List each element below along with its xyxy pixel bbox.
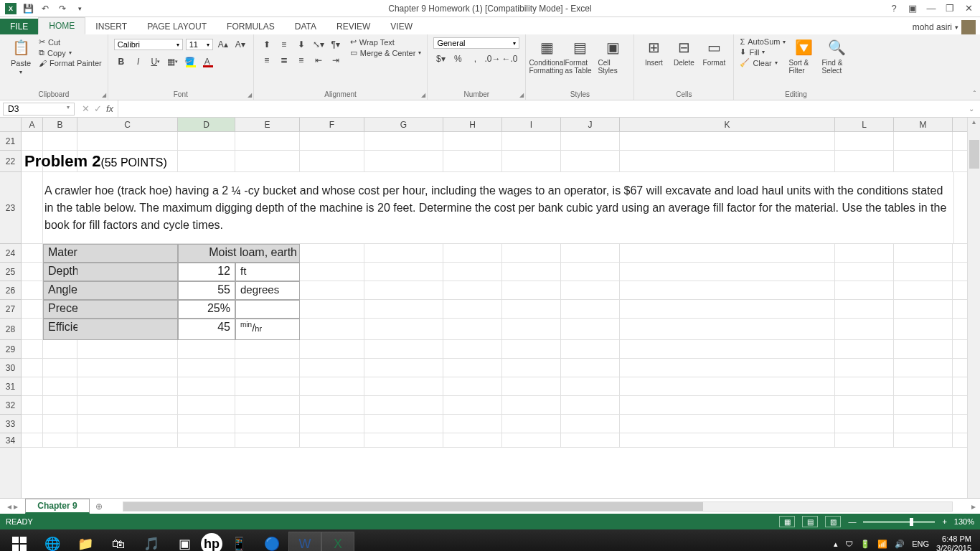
row-header-25[interactable]: 25 [0,263,21,281]
col-header-E[interactable]: E [235,118,300,131]
tray-clock[interactable]: 6:48 PM3/26/2015 [936,534,971,551]
comma-button[interactable]: , [468,52,482,66]
minimize-icon[interactable]: — [923,1,940,16]
orientation-button[interactable]: ⤡▾ [311,37,326,52]
add-sheet-button[interactable]: ⊕ [90,501,108,512]
close-icon[interactable]: ✕ [960,1,977,16]
row-header-34[interactable]: 34 [0,433,21,448]
autosum-button[interactable]: ΣAutoSum ▾ [740,37,786,46]
col-header-C[interactable]: C [77,118,178,131]
fill-button[interactable]: ⬇Fill ▾ [740,47,786,57]
row-header-27[interactable]: 27 [0,300,21,319]
tray-wifi-icon[interactable]: 📶 [877,540,887,549]
row-header-33[interactable]: 33 [0,415,21,433]
col-header-K[interactable]: K [620,118,835,131]
grow-font-button[interactable]: A▴ [216,37,230,52]
col-header-J[interactable]: J [561,118,620,131]
help-icon[interactable]: ? [885,1,903,16]
font-name-combo[interactable]: Calibri▾ [114,39,183,50]
col-header-G[interactable]: G [364,118,443,131]
row-header-26[interactable]: 26 [0,281,21,300]
page-layout-view-button[interactable]: ▤ [802,516,818,527]
format-painter-button[interactable]: 🖌Format Painter [39,59,102,67]
tab-page-layout[interactable]: PAGE LAYOUT [137,19,217,34]
clear-button[interactable]: 🧹Clear ▾ [740,58,786,67]
underline-button[interactable]: U ▾ [149,55,163,69]
taskbar-explorer-icon[interactable]: 📁 [69,532,102,551]
bold-button[interactable]: B [114,55,128,69]
row-header-29[interactable]: 29 [0,340,21,359]
zoom-in-button[interactable]: + [942,517,946,526]
align-bottom-button[interactable]: ⬇ [294,37,308,52]
clipboard-launcher-icon[interactable]: ◢ [102,92,106,98]
col-header-L[interactable]: L [835,118,894,131]
format-cells-button[interactable]: ▭Format [700,37,727,67]
row-header-28[interactable]: 28 [0,319,21,340]
align-center-button[interactable]: ≣ [277,53,291,67]
fill-color-button[interactable]: 🪣 [183,55,197,69]
font-color-button[interactable]: A [200,55,215,69]
tray-lang-label[interactable]: ENG [912,540,929,548]
taskbar-excel-icon[interactable]: X [321,532,354,551]
align-top-button[interactable]: ⬆ [260,37,274,52]
find-select-button[interactable]: 🔍Find & Select [821,37,852,75]
taskbar-chrome-icon[interactable]: 🔵 [255,532,288,551]
insert-cells-button[interactable]: ⊞Insert [640,37,667,67]
zoom-slider[interactable] [863,521,935,523]
fx-icon[interactable]: fx [106,103,113,114]
tab-insert[interactable]: INSERT [85,19,137,34]
number-format-combo[interactable]: General▾ [433,37,519,49]
ribbon-display-icon[interactable]: ▣ [904,1,921,16]
horizontal-scrollbar[interactable] [108,501,967,512]
tray-battery-icon[interactable]: 🔋 [860,540,870,549]
borders-button[interactable]: ▦ ▾ [166,55,180,69]
page-break-view-button[interactable]: ▧ [825,516,841,527]
cut-button[interactable]: ✂Cut [39,37,102,47]
tray-security-icon[interactable]: 🛡 [845,540,853,548]
col-header-I[interactable]: I [502,118,561,131]
row-header-21[interactable]: 21 [0,132,21,151]
col-header-D[interactable]: D [178,118,235,131]
hscroll-right-icon[interactable]: ▸ [967,501,980,512]
excel-app-icon[interactable]: X [3,1,19,16]
row-header-22[interactable]: 22 [0,151,21,172]
user-account[interactable]: mohd asiri ▾ [913,20,980,34]
align-left-button[interactable]: ≡ [260,53,274,67]
col-header-F[interactable]: F [300,118,364,131]
formula-input[interactable] [118,100,963,117]
tab-formulas[interactable]: FORMULAS [217,19,285,34]
name-box[interactable]: D3▾ [3,103,75,116]
redo-icon[interactable]: ↷ [55,1,70,16]
taskbar-store-icon[interactable]: 🛍 [102,532,135,551]
undo-icon[interactable]: ↶ [37,1,53,16]
spreadsheet-grid[interactable]: ABCDEFGHIJKLM 21222324252627282930313233… [0,118,980,498]
increase-decimal-button[interactable]: .0→ [485,52,499,66]
col-header-B[interactable]: B [43,118,77,131]
percent-button[interactable]: % [451,52,465,66]
row-header-23[interactable]: 23 [0,172,21,244]
normal-view-button[interactable]: ▦ [779,516,795,527]
row-header-30[interactable]: 30 [0,359,21,377]
shrink-font-button[interactable]: A▾ [233,37,248,52]
col-header-M[interactable]: M [894,118,953,131]
taskbar-hp-icon[interactable]: hp [201,533,222,551]
conditional-formatting-button[interactable]: ▦Conditional Formatting [532,37,562,75]
tab-file[interactable]: FILE [0,19,38,34]
decrease-decimal-button[interactable]: ←.0 [502,52,517,66]
collapse-ribbon-icon[interactable]: ˆ [974,90,976,98]
wrap-text-button[interactable]: ↩Wrap Text [350,37,422,47]
tab-review[interactable]: REVIEW [326,19,380,34]
taskbar-word-icon[interactable]: W [288,532,321,551]
align-middle-button[interactable]: ≡ [277,37,291,52]
accounting-button[interactable]: $▾ [433,52,448,66]
save-icon[interactable]: 💾 [20,1,36,16]
select-all-corner[interactable] [0,118,22,131]
merge-center-button[interactable]: ▭Merge & Center ▾ [350,48,422,57]
decrease-indent-button[interactable]: ⇤ [311,53,326,67]
sheet-tab-active[interactable]: Chapter 9 [25,499,89,514]
increase-indent-button[interactable]: ⇥ [329,53,343,67]
qat-customize-icon[interactable]: ▾ [72,1,88,16]
taskbar-app1-icon[interactable]: ▣ [168,532,201,551]
row-header-24[interactable]: 24 [0,244,21,263]
cell-styles-button[interactable]: ▣Cell Styles [598,37,628,75]
